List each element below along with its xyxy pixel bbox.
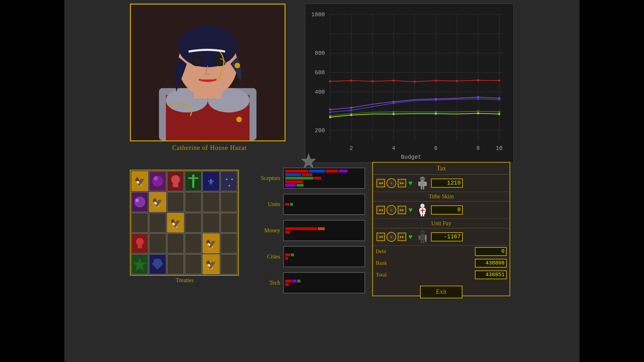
treaty-cell-22[interactable]: 🦅 [202,233,219,253]
stat-sceptors-label: Sceptors [245,175,280,181]
tithe-heart-icon: ♥ [408,206,413,214]
stat-sceptors-bar [283,168,365,189]
treaty-cell-28[interactable]: 🦅 [202,254,219,274]
unitpay-next-btn[interactable]: ▶▶ [398,233,406,241]
svg-rect-116 [420,231,425,234]
stat-tech-bar [283,272,365,293]
bank-value: 438808 [475,259,507,268]
treaty-cell-10[interactable] [202,192,219,212]
svg-point-52 [350,107,352,109]
svg-point-74 [498,113,500,115]
svg-point-88 [136,199,139,202]
svg-text:✦: ✦ [228,183,231,188]
treaty-cell-5[interactable]: ✦ ✦ ✦ [220,171,237,191]
svg-text:10: 10 [496,145,502,152]
svg-rect-82 [188,177,198,179]
treaty-cell-23[interactable] [220,233,237,253]
tithe-next-btn[interactable]: ▶▶ [398,206,406,214]
treaty-cell-21[interactable] [185,233,202,253]
bank-row: Bank 438808 [373,257,510,269]
treaty-cell-14[interactable]: 🦅 [167,213,184,233]
tax-warrior-icon [415,176,430,190]
svg-rect-98 [425,182,427,186]
treaty-cell-3[interactable] [185,171,202,191]
svg-rect-81 [192,175,194,188]
tax-heart-icon: ♥ [408,179,413,187]
treaty-cell-27[interactable] [185,254,202,274]
treaty-cell-12[interactable] [131,213,148,233]
treaty-cell-7[interactable]: 🦅 [149,192,166,212]
svg-rect-101 [420,177,425,180]
stat-cities-row: Cities [245,245,365,269]
svg-point-51 [329,109,331,111]
svg-text:🦅: 🦅 [170,218,181,229]
treaty-cell-24[interactable] [131,254,148,274]
svg-point-62 [498,99,500,101]
tithe-center-btn[interactable]: ⚙ [386,205,396,215]
unitpay-center-btn[interactable]: ⚙ [386,232,396,242]
treaty-cell-11[interactable] [220,192,237,212]
stat-units-bar [283,194,365,215]
treaty-cell-13[interactable] [149,213,166,233]
treaty-cell-20[interactable] [167,233,184,253]
svg-text:🦅: 🦅 [206,239,217,250]
svg-text:6: 6 [434,145,438,152]
svg-rect-114 [421,240,422,243]
svg-point-87 [134,197,145,208]
treaty-cell-29[interactable] [220,254,237,274]
treaty-cell-18[interactable] [131,233,148,253]
treaties-label: Treaties [130,277,240,284]
svg-point-57 [329,111,331,113]
chart-svg: 1000 800 600 400 200 2 4 6 8 10 Budget [305,4,513,162]
svg-point-47 [435,80,437,82]
treaty-cell-15[interactable] [185,213,202,233]
unitpay-value: -1167 [431,232,463,241]
total-row: Total 438851 [373,269,510,281]
portrait-frame [130,4,286,141]
tithe-prev-btn[interactable]: ◀◀ [376,206,385,214]
unitpay-prev-btn[interactable]: ◀◀ [376,233,385,241]
svg-point-71 [392,113,395,115]
svg-point-67 [477,110,479,112]
treaty-cell-1[interactable] [149,171,166,191]
tithe-priest-icon [415,203,430,217]
treaties-grid: 🦅 ⚜ ✦ ✦ ✦ [130,170,239,276]
stat-tech-label: Tech [245,280,280,286]
treaty-cell-16[interactable] [202,213,219,233]
svg-point-12 [235,63,240,68]
treaty-cell-6[interactable] [131,192,148,212]
treaty-cell-19[interactable] [149,233,166,253]
portrait-image [131,5,284,140]
svg-text:800: 800 [315,50,325,57]
svg-rect-112 [418,235,420,240]
treaty-cell-0[interactable]: 🦅 [131,171,148,191]
tithe-value: 0 [431,205,463,215]
svg-rect-107 [423,214,424,216]
svg-text:2: 2 [350,145,353,152]
svg-point-69 [329,116,331,118]
treaty-cell-9[interactable] [185,192,202,212]
svg-rect-80 [173,183,178,187]
svg-text:✦: ✦ [225,176,228,182]
svg-text:8: 8 [476,145,480,152]
treaty-cell-26[interactable] [167,254,184,274]
tax-controls: ◀◀ ⚙ ▶▶ [376,178,407,188]
tax-next-btn[interactable]: ▶▶ [398,179,406,187]
bank-label: Bank [376,260,475,266]
stats-section: Sceptors [245,166,365,293]
treaty-cell-4[interactable]: ⚜ [202,171,219,191]
exit-button[interactable]: Exit [420,286,462,298]
treaty-cell-8[interactable] [167,192,184,212]
svg-point-42 [329,80,331,82]
tax-prev-btn[interactable]: ◀◀ [376,179,385,187]
treaty-cell-25[interactable] [149,254,166,274]
treaty-cell-17[interactable] [220,213,237,233]
svg-rect-111 [420,235,425,240]
budget-panel: Tax ◀◀ ⚙ ▶▶ ♥ 1210 [372,162,510,296]
treaty-cell-2[interactable] [167,171,184,191]
stat-sceptors-row: Sceptors [245,166,365,190]
tax-center-btn[interactable]: ⚙ [386,178,396,188]
svg-point-43 [350,80,352,82]
debt-value: 0 [475,247,507,256]
svg-point-13 [236,117,242,122]
